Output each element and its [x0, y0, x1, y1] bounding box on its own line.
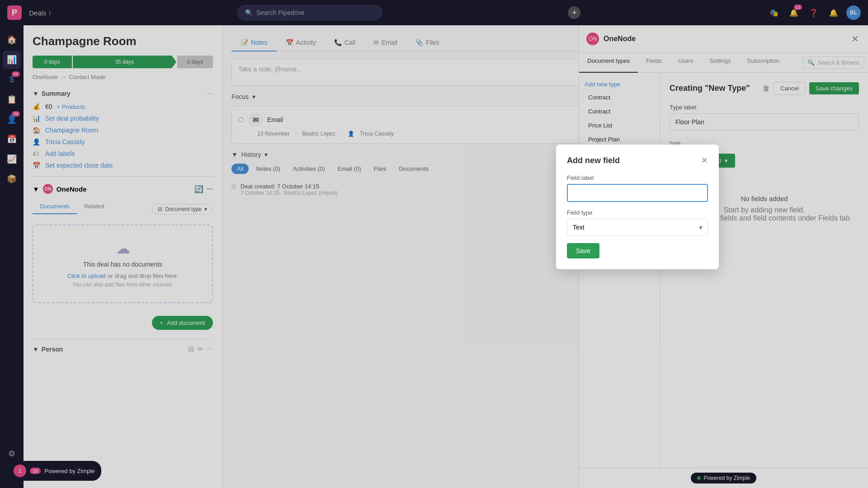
field-label-label: Field label	[567, 174, 708, 181]
add-field-modal: Add new field ✕ Field label Field type T…	[556, 145, 719, 269]
field-type-wrapper: Text Number Date Select Multi-select ▾	[567, 219, 708, 236]
modal-save-button[interactable]: Save	[567, 243, 599, 258]
field-type-section: Field type Text Number Date Select Multi…	[567, 209, 708, 236]
modal-overlay: Add new field ✕ Field label Field type T…	[0, 0, 868, 488]
modal-close-button[interactable]: ✕	[701, 155, 708, 165]
modal-header: Add new field ✕	[567, 155, 708, 165]
modal-title: Add new field	[567, 156, 620, 165]
field-label-section: Field label	[567, 174, 708, 202]
field-type-label: Field type	[567, 209, 708, 216]
field-label-input[interactable]	[567, 184, 708, 202]
field-type-select[interactable]: Text Number Date Select Multi-select	[567, 219, 708, 236]
